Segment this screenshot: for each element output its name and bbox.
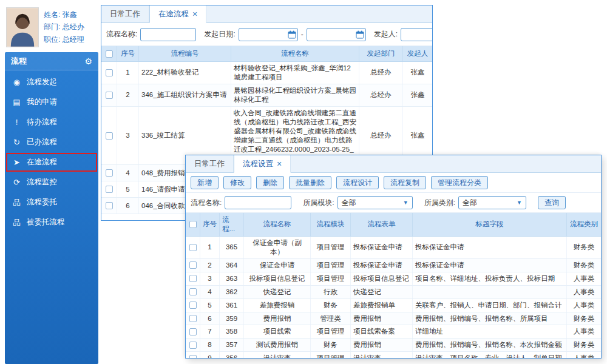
cell-title-field: 费用报销、报销编号、报销名称、所属项目 (413, 312, 567, 325)
process-copy-button[interactable]: 流程复制 (384, 176, 426, 189)
cell-title-field: 关联客户、报销人、申请日期、部门、报销合计 (413, 299, 567, 312)
chevron-down-icon: ▼ (403, 200, 409, 206)
cell-title-field: 详细地址 (413, 325, 567, 338)
row-checkbox[interactable] (189, 315, 197, 322)
sidebar-item-process-monitor[interactable]: ⟳ 流程监控 (5, 172, 98, 192)
row-checkbox[interactable] (106, 69, 113, 76)
tab-daily-work[interactable]: 日常工作 (101, 5, 149, 22)
cell-form: 费用报销 (351, 339, 413, 351)
tab-daily-work[interactable]: 日常工作 (186, 155, 234, 172)
manage-category-button[interactable]: 管理流程分类 (431, 176, 488, 189)
cell-module: 管理类 (311, 312, 351, 325)
sidebar-item-label: 被委托流程 (27, 217, 65, 228)
filter-bar: 流程名称: 所属模块: 全部 ▼ 所属类别: 全部 ▼ 查询 (186, 193, 601, 213)
tab-process-settings[interactable]: 流程设置 × (234, 155, 291, 173)
process-name-input[interactable] (140, 28, 196, 41)
table-row[interactable]: 8 357 测试费用报销 财务 费用报销 费用报销、报销编号、报销名称、本次报销… (186, 339, 601, 352)
row-checkbox[interactable] (106, 132, 113, 140)
row-checkbox-cell (186, 339, 200, 351)
row-checkbox[interactable] (189, 261, 197, 269)
sidebar-item-label: 我的申请 (27, 97, 57, 107)
row-checkbox[interactable] (106, 186, 113, 193)
cell-process-name: 费用报销 (244, 312, 311, 325)
select-all-checkbox[interactable] (106, 50, 113, 58)
cell-process-name: 设计审查 (244, 352, 311, 359)
broadcast-icon: ◉ (12, 78, 21, 87)
row-checkbox-cell (101, 84, 117, 106)
table-row[interactable]: 7 358 项目线索 项目管理 项目线索备案 详细地址 人事类 (186, 325, 601, 339)
sidebar-item-process-initiate[interactable]: ◉ 流程发起 (5, 72, 98, 92)
row-checkbox[interactable] (189, 328, 197, 335)
cell-process-code: 346_施工组织设计方案申请 (139, 84, 231, 106)
delete-button[interactable]: 删除 (256, 176, 284, 189)
cell-process-name: 快递登记 (244, 286, 311, 298)
sidebar-item-process-delegate[interactable]: 品 流程委托 (5, 192, 98, 212)
cell-category: 人事类 (567, 299, 601, 312)
row-checkbox-cell (101, 62, 117, 84)
row-checkbox-cell (101, 198, 117, 214)
play-icon: ➤ (12, 158, 21, 167)
batch-delete-button[interactable]: 批量删除 (289, 176, 331, 189)
row-checkbox[interactable] (189, 302, 197, 309)
row-checkbox[interactable] (189, 275, 197, 282)
row-checkbox[interactable] (189, 342, 197, 349)
tab-inflight-processes[interactable]: 在途流程 × (149, 5, 206, 23)
cell-process-name: 投标项目信息登记 (244, 272, 311, 285)
cell-process-name: 材料验收登记_材料采购_张鑫_华润12城房建工程项目 (231, 62, 359, 84)
row-checkbox[interactable] (189, 244, 197, 251)
cell-process-code: 358 (220, 325, 244, 338)
cell-index: 2 (200, 259, 220, 272)
row-checkbox[interactable] (106, 169, 113, 177)
header-process-name: 流程名称 (231, 46, 359, 61)
row-checkbox[interactable] (106, 92, 113, 99)
header-department: 发起部门 (359, 46, 403, 61)
user-profile: 姓名: 张鑫 部门: 总经办 职位: 总经理 (5, 6, 98, 52)
module-select[interactable]: 全部 ▼ (337, 196, 413, 209)
initiator-input[interactable] (401, 28, 433, 41)
cell-form: 投标保证金申请 (351, 237, 413, 258)
table-row[interactable]: 2 364 保证金申请 项目管理 投标保证金申请 投标保证金申请 财务类 (186, 259, 601, 272)
cell-category: 人事类 (567, 272, 601, 285)
table-body: 1 365 保证金申请（副本） 项目管理 投标保证金申请 投标保证金申请 财务类… (186, 237, 601, 359)
table-row[interactable]: 1 222_材料验收登记 材料验收登记_材料采购_张鑫_华润12城房建工程项目 … (101, 62, 432, 84)
sidebar-item-my-applications[interactable]: ▤ 我的申请 (5, 92, 98, 112)
refresh-icon: ↻ (12, 138, 21, 147)
row-checkbox-cell (186, 259, 200, 272)
sidebar-item-done-processes[interactable]: ↻ 已办流程 (5, 132, 98, 152)
search-button[interactable]: 查询 (538, 196, 566, 209)
category-select[interactable]: 全部 ▼ (458, 196, 526, 209)
table-row[interactable]: 2 346_施工组织设计方案申请 晨铭园林绿化工程组织设计方案_晨铭园林绿化工程… (101, 84, 432, 107)
process-name-label: 流程名称: (191, 198, 222, 208)
row-checkbox[interactable] (106, 202, 113, 209)
header-category: 流程类别 (567, 213, 601, 236)
org-tree-icon: 品 (12, 197, 21, 208)
table-row[interactable]: 5 361 差旅费报销 财务 差旅费报销单 关联客户、报销人、申请日期、部门、报… (186, 299, 601, 312)
sidebar-item-inflight-processes[interactable]: ➤ 在途流程 (5, 152, 98, 172)
process-name-input[interactable] (225, 196, 291, 209)
table-row[interactable]: 6 359 费用报销 管理类 费用报销 费用报销、报销编号、报销名称、所属项目 … (186, 312, 601, 326)
table-row[interactable]: 4 362 快递登记 行政 快递登记 人事类 (186, 286, 601, 299)
row-checkbox[interactable] (189, 355, 197, 359)
table-row[interactable]: 1 365 保证金申请（副本） 项目管理 投标保证金申请 投标保证金申请 财务类 (186, 237, 601, 259)
cell-process-code: 364 (220, 259, 244, 272)
table-row[interactable]: 9 356 设计审查 项目管理 设计审查 设计审查、项目名称、专业、设计人、制单… (186, 352, 601, 359)
add-button[interactable]: 新增 (191, 176, 219, 189)
tabbar: 日常工作 在途流程 × (101, 5, 432, 23)
table-header: 序号 流程... 流程名称 流程模块 流程表单 标题字段 流程类别 (186, 213, 601, 237)
process-design-button[interactable]: 流程设计 (336, 176, 379, 189)
tab-close-icon[interactable]: × (277, 160, 282, 168)
tab-close-icon[interactable]: × (192, 10, 197, 18)
row-checkbox-cell (186, 286, 200, 298)
gear-icon[interactable]: ⚙ (84, 56, 92, 66)
header-form: 流程表单 (351, 213, 413, 236)
select-all-checkbox[interactable] (189, 221, 197, 228)
calendar-icon[interactable] (356, 30, 364, 39)
table-row[interactable]: 3 363 投标项目信息登记 项目管理 投标项目信息登记 项目名称、详细地址、投… (186, 272, 601, 286)
cell-index: 8 (200, 339, 220, 351)
sidebar-item-delegated-processes[interactable]: 品 被委托流程 (5, 212, 98, 232)
calendar-icon[interactable] (288, 30, 296, 39)
sidebar-item-todo-processes[interactable]: ! 待办流程 (5, 112, 98, 132)
cell-index: 6 (117, 198, 139, 214)
edit-button[interactable]: 修改 (223, 176, 251, 189)
row-checkbox[interactable] (189, 288, 197, 295)
